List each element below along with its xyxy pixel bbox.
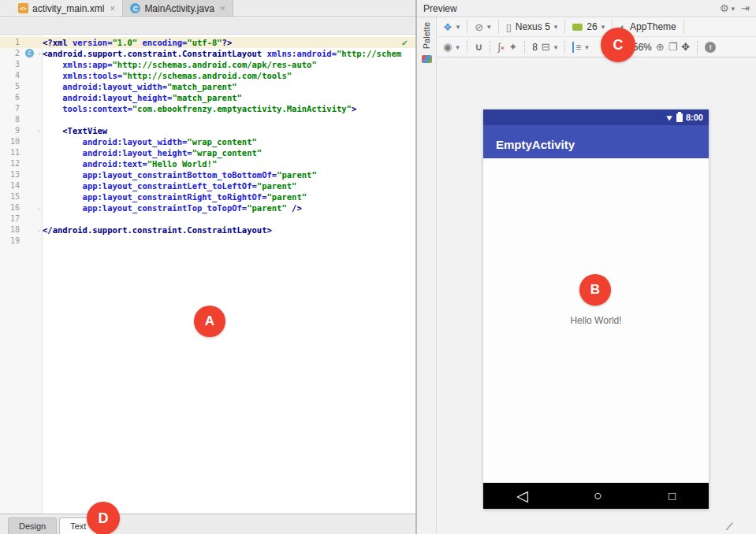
code-line[interactable]: 15 app:layout_constraintRight_toRightOf=… [0, 191, 415, 202]
code-token: "match_parent" [172, 93, 242, 102]
pack-distribute-icon[interactable]: ⊟ [542, 41, 550, 53]
fold-marker-icon[interactable]: ▵ [37, 225, 41, 236]
chevron-down-icon[interactable]: ▾ [456, 23, 460, 31]
code-token: android:layout_width= [43, 82, 167, 91]
line-number: 3 [0, 59, 21, 70]
code-token: app:layout_constraintTop_toTopOf= [43, 203, 247, 213]
code-text[interactable]: android:layout_height="wrap_content" [43, 147, 415, 158]
hello-world-textview[interactable]: Hello World! [570, 315, 621, 326]
code-line[interactable]: 17 [0, 213, 415, 224]
tab-activity-main-xml[interactable]: <> activity_main.xml × [11, 0, 122, 17]
clear-constraints-icon[interactable]: ∫× [497, 41, 505, 53]
inspection-ok-icon[interactable]: ✔ [402, 37, 408, 48]
code-text[interactable]: <?xml version="1.0" encoding="utf-8"?> [43, 37, 415, 48]
code-line[interactable]: 18▵</android.support.constraint.Constrai… [0, 224, 415, 235]
api-level-selector[interactable]: 26 [587, 21, 597, 32]
fit-to-screen-icon[interactable]: ❐ [668, 41, 678, 53]
line-number: 6 [0, 92, 21, 103]
code-text[interactable]: tools:context="com.ebookfrenzy.emptyacti… [43, 103, 415, 114]
tab-mainactivity-java[interactable]: C MainActivity.java × [122, 0, 233, 17]
chevron-down-icon[interactable]: ▾ [601, 23, 605, 31]
code-line[interactable]: 10 android:layout_width="wrap_content" [0, 136, 415, 147]
code-line[interactable]: 2c▿<android.support.constraint.Constrain… [0, 48, 415, 59]
gutter-icon-cell [21, 136, 43, 147]
code-line[interactable]: 5 android:layout_width="match_parent" [0, 81, 415, 92]
nav-home-icon[interactable]: ○ [594, 488, 602, 504]
code-text[interactable]: app:layout_constraintLeft_toLeftOf="pare… [43, 180, 415, 191]
line-number: 14 [0, 180, 21, 191]
gear-icon[interactable]: ⚙ [720, 2, 729, 14]
line-number: 11 [0, 147, 21, 158]
close-icon[interactable]: × [220, 3, 225, 14]
code-text[interactable]: android:layout_width="match_parent" [43, 81, 415, 92]
fold-marker-icon[interactable]: ▿ [37, 126, 41, 137]
code-line[interactable]: 4 xmlns:tools="http://schemas.android.co… [0, 70, 415, 81]
code-editor[interactable]: 1<?xml version="1.0" encoding="utf-8"?>2… [0, 35, 415, 514]
hide-panel-icon[interactable]: ⇥ [741, 2, 750, 14]
device-preview[interactable]: ▼ 8:00 EmptyActivity Hello World! ◁ ○ □ [483, 109, 709, 509]
code-text[interactable]: xmlns:app="http://schemas.android.com/ap… [43, 59, 415, 70]
app-bar-title: EmptyActivity [496, 138, 575, 151]
code-text[interactable]: android:text="Hello World!" [43, 158, 415, 169]
code-text[interactable]: android:layout_height="match_parent" [43, 92, 415, 103]
status-time: 8:00 [686, 113, 703, 122]
orientation-icon[interactable]: ⊘ [475, 21, 483, 33]
toolbar-separator [697, 41, 698, 54]
chevron-down-icon[interactable]: ▾ [487, 23, 491, 31]
code-line[interactable]: 6 android:layout_height="match_parent" [0, 92, 415, 103]
view-options-eye-icon[interactable]: ◉ [443, 41, 452, 53]
code-line[interactable]: 19 [0, 235, 415, 247]
gutter-icon-cell [21, 70, 43, 81]
palette-sidebar: Palette [417, 17, 437, 534]
chevron-down-icon[interactable]: ▾ [554, 23, 558, 31]
chevron-down-icon[interactable]: ▾ [554, 43, 558, 51]
code-line[interactable]: 7 tools:context="com.ebookfrenzy.emptyac… [0, 103, 415, 114]
layout-variants-icon[interactable]: ❖ [443, 21, 452, 33]
fold-marker-icon[interactable]: ▵ [37, 203, 41, 214]
code-text[interactable]: </android.support.constraint.ConstraintL… [43, 224, 415, 235]
lint-warnings-icon[interactable]: ! [705, 42, 716, 53]
device-content[interactable]: Hello World! [483, 158, 709, 483]
code-line[interactable]: 14 app:layout_constraintLeft_toLeftOf="p… [0, 180, 415, 191]
code-line[interactable]: 11 android:layout_height="wrap_content" [0, 147, 415, 158]
code-text[interactable]: android:layout_width="wrap_content" [43, 136, 415, 147]
code-text[interactable]: app:layout_constraintRight_toRightOf="pa… [43, 191, 415, 202]
code-line[interactable]: 3 xmlns:app="http://schemas.android.com/… [0, 59, 415, 70]
device-selector[interactable]: Nexus 5 [516, 21, 550, 32]
code-line[interactable]: 16▵ app:layout_constraintTop_toTopOf="pa… [0, 202, 415, 213]
palette-tab[interactable]: Palette [422, 22, 431, 49]
chevron-down-icon[interactable]: ▾ [456, 43, 460, 51]
zoom-in-icon[interactable]: ⊕ [656, 41, 665, 53]
autoconnect-magnet-icon[interactable]: ∪ [475, 41, 483, 53]
theme-selector[interactable]: AppTheme [630, 21, 676, 32]
gutter-icon-cell: ▵ [21, 202, 43, 213]
code-text[interactable]: xmlns:tools="http://schemas.android.com/… [43, 70, 415, 81]
default-margin-value[interactable]: 8 [532, 42, 538, 53]
code-line[interactable]: 13 app:layout_constraintBottom_toBottomO… [0, 169, 415, 180]
code-line[interactable]: 12 android:text="Hello World!" [0, 158, 415, 169]
code-token: version= [68, 38, 113, 47]
code-text[interactable]: <android.support.constraint.ConstraintLa… [43, 48, 415, 59]
line-number: 7 [0, 103, 21, 114]
class-gutter-icon[interactable]: c [25, 49, 34, 57]
code-line[interactable]: 8 [0, 114, 415, 125]
tab-label: MainActivity.java [144, 3, 214, 14]
toolbar-separator [467, 20, 467, 33]
fold-marker-icon[interactable]: ▿ [37, 49, 41, 60]
pan-hand-icon[interactable]: ✥ [681, 41, 690, 53]
code-line[interactable]: 1<?xml version="1.0" encoding="utf-8"?> [0, 37, 415, 48]
code-token: "utf-8" [187, 38, 222, 47]
infer-constraints-icon[interactable]: ✦ [508, 41, 517, 53]
tab-design[interactable]: Design [8, 517, 57, 534]
close-icon[interactable]: × [110, 3, 115, 14]
code-text[interactable]: <TextView [43, 125, 415, 136]
nav-back-icon[interactable]: ◁ [516, 487, 528, 505]
code-text[interactable]: app:layout_constraintBottom_toBottomOf="… [43, 169, 415, 180]
code-text[interactable]: app:layout_constraintTop_toTopOf="parent… [43, 202, 415, 213]
code-line[interactable]: 9▿ <TextView [0, 125, 415, 136]
chevron-down-icon[interactable]: ▾ [585, 43, 589, 51]
zoom-level: 56% [633, 42, 652, 53]
nav-recents-icon[interactable]: □ [668, 489, 676, 502]
align-icon[interactable]: ≡ [572, 42, 581, 53]
code-token: "parent" [257, 181, 297, 191]
